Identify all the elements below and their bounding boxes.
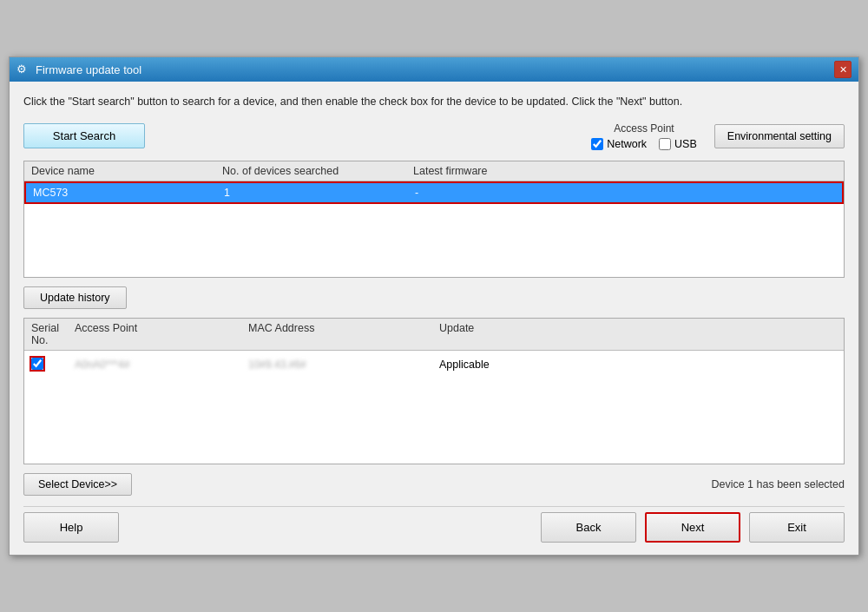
next-button[interactable]: Next [645,512,740,543]
network-option[interactable]: Network [591,138,647,150]
footer-right-buttons: Back Next Exit [541,512,845,543]
list-checkbox-cell[interactable] [31,358,75,372]
device-name-cell: MC573 [33,187,224,199]
list-col-access-point: Access Point [75,322,248,346]
list-col-serial: Serial No. [31,322,75,346]
col-count: No. of devices searched [222,165,413,177]
list-item: A0nA0***4# 10#9.43.#6# Applicable [24,354,844,376]
top-controls: Start Search Access Point Network USB En… [23,122,845,150]
title-bar-left: ⚙ Firmware update tool [16,63,141,76]
window-body: Click the "Start search" button to searc… [10,82,858,555]
environmental-setting-button[interactable]: Environmental setting [714,124,845,148]
list-col-update: Update [439,322,613,346]
title-bar: ⚙ Firmware update tool ✕ [10,57,858,82]
usb-label: USB [674,138,697,150]
help-button[interactable]: Help [23,512,119,543]
device-list-body: A0nA0***4# 10#9.43.#6# Applicable [24,351,844,464]
device-count-cell: 1 [224,187,415,199]
table-row[interactable]: MC573 1 - [24,181,844,204]
list-col-extra [613,322,837,346]
list-serial-cell: A0nA0***4# [75,359,248,371]
col-firmware: Latest firmware [413,165,802,177]
app-icon: ⚙ [16,63,30,76]
list-col-mac: MAC Address [248,322,439,346]
access-point-group: Access Point Network USB [591,122,697,150]
device-table-header: Device name No. of devices searched Late… [24,161,844,181]
device-selected-text: Device 1 has been selected [711,478,845,490]
main-window: ⚙ Firmware update tool ✕ Click the "Star… [9,56,859,556]
col-extra [802,165,837,177]
device-select-checkbox[interactable] [31,358,43,370]
list-update-cell: Applicable [439,359,613,371]
select-device-button[interactable]: Select Device>> [23,473,132,496]
bottom-row: Select Device>> Device 1 has been select… [23,473,845,496]
access-point-label: Access Point [614,122,674,135]
footer-buttons: Help Back Next Exit [23,506,845,543]
window-title: Firmware update tool [36,63,141,76]
usb-option[interactable]: USB [659,138,697,150]
close-button[interactable]: ✕ [834,61,852,78]
network-checkbox[interactable] [591,138,603,150]
network-label: Network [607,138,647,150]
back-button[interactable]: Back [541,512,636,543]
start-search-button[interactable]: Start Search [23,123,145,148]
exit-button[interactable]: Exit [749,512,845,543]
device-firmware-cell: - [415,187,800,199]
instruction-text: Click the "Start search" button to searc… [23,94,845,110]
update-history-button[interactable]: Update history [23,286,127,309]
device-list: Serial No. Access Point MAC Address Upda… [23,318,845,464]
list-access-point-cell: 10#9.43.#6# [248,359,439,371]
access-point-options: Network USB [591,138,697,150]
usb-checkbox[interactable] [659,138,671,150]
device-table-body: MC573 1 - [24,181,844,277]
device-list-header: Serial No. Access Point MAC Address Upda… [24,319,844,351]
col-device-name: Device name [31,165,222,177]
device-table: Device name No. of devices searched Late… [23,161,845,278]
